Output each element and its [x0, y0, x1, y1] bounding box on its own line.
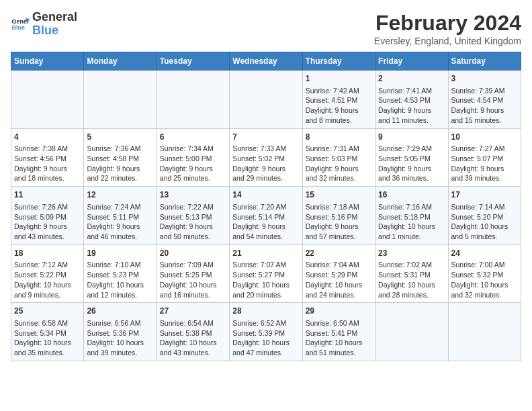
- calendar-cell: [375, 303, 448, 361]
- day-header-friday: Friday: [375, 52, 448, 71]
- calendar-cell: 17Sunrise: 7:14 AM Sunset: 5:20 PM Dayli…: [448, 187, 521, 245]
- day-info: Sunrise: 7:20 AM Sunset: 5:14 PM Dayligh…: [232, 202, 299, 242]
- day-header-monday: Monday: [84, 52, 157, 71]
- calendar-cell: 7Sunrise: 7:33 AM Sunset: 5:02 PM Daylig…: [230, 128, 302, 187]
- calendar-cell: 21Sunrise: 7:07 AM Sunset: 5:27 PM Dayli…: [230, 244, 302, 303]
- day-number: 25: [14, 306, 81, 317]
- calendar-cell: 22Sunrise: 7:04 AM Sunset: 5:29 PM Dayli…: [302, 244, 375, 303]
- calendar-cell: 6Sunrise: 7:34 AM Sunset: 5:00 PM Daylig…: [157, 128, 229, 187]
- day-header-thursday: Thursday: [302, 52, 375, 71]
- calendar-cell: 12Sunrise: 7:24 AM Sunset: 5:11 PM Dayli…: [84, 187, 157, 245]
- day-number: 5: [87, 132, 153, 143]
- day-info: Sunrise: 7:29 AM Sunset: 5:05 PM Dayligh…: [378, 144, 445, 183]
- logo-text: General Blue: [32, 11, 77, 38]
- day-number: 23: [378, 248, 445, 259]
- day-header-tuesday: Tuesday: [157, 52, 229, 71]
- day-info: Sunrise: 7:02 AM Sunset: 5:31 PM Dayligh…: [378, 260, 445, 300]
- calendar-cell: 18Sunrise: 7:12 AM Sunset: 5:22 PM Dayli…: [11, 244, 84, 303]
- day-info: Sunrise: 7:00 AM Sunset: 5:32 PM Dayligh…: [451, 260, 518, 300]
- calendar-cell: [448, 303, 521, 361]
- week-row-3: 11Sunrise: 7:26 AM Sunset: 5:09 PM Dayli…: [11, 187, 521, 245]
- day-number: 12: [87, 189, 153, 201]
- day-info: Sunrise: 7:22 AM Sunset: 5:13 PM Dayligh…: [160, 202, 226, 242]
- day-info: Sunrise: 7:10 AM Sunset: 5:23 PM Dayligh…: [87, 260, 153, 300]
- day-info: Sunrise: 7:07 AM Sunset: 5:27 PM Dayligh…: [232, 260, 299, 300]
- calendar-cell: 10Sunrise: 7:27 AM Sunset: 5:07 PM Dayli…: [448, 128, 521, 187]
- day-info: Sunrise: 7:33 AM Sunset: 5:02 PM Dayligh…: [232, 144, 299, 183]
- calendar-cell: 16Sunrise: 7:16 AM Sunset: 5:18 PM Dayli…: [375, 187, 448, 245]
- day-info: Sunrise: 7:24 AM Sunset: 5:11 PM Dayligh…: [87, 202, 153, 242]
- week-row-5: 25Sunrise: 6:58 AM Sunset: 5:34 PM Dayli…: [11, 303, 521, 361]
- calendar-cell: [84, 71, 157, 129]
- calendar-cell: [11, 71, 84, 129]
- day-info: Sunrise: 6:56 AM Sunset: 5:36 PM Dayligh…: [87, 318, 153, 358]
- logo-icon: General Blue: [11, 15, 30, 34]
- day-info: Sunrise: 6:50 AM Sunset: 5:41 PM Dayligh…: [306, 318, 372, 358]
- calendar-cell: 4Sunrise: 7:38 AM Sunset: 4:56 PM Daylig…: [11, 128, 84, 187]
- day-number: 1: [306, 73, 372, 85]
- calendar-cell: 3Sunrise: 7:39 AM Sunset: 4:54 PM Daylig…: [448, 71, 521, 129]
- day-number: 10: [451, 132, 518, 143]
- day-number: 19: [87, 248, 153, 259]
- day-info: Sunrise: 7:04 AM Sunset: 5:29 PM Dayligh…: [306, 260, 372, 300]
- week-row-1: 1Sunrise: 7:42 AM Sunset: 4:51 PM Daylig…: [11, 71, 521, 129]
- day-number: 7: [232, 132, 299, 143]
- calendar-subtitle: Eversley, England, United Kingdom: [374, 36, 521, 46]
- title-area: February 2024 Eversley, England, United …: [374, 11, 521, 46]
- day-info: Sunrise: 6:52 AM Sunset: 5:39 PM Dayligh…: [232, 318, 299, 358]
- calendar-cell: 25Sunrise: 6:58 AM Sunset: 5:34 PM Dayli…: [11, 303, 84, 361]
- day-number: 27: [160, 306, 226, 317]
- calendar-cell: 23Sunrise: 7:02 AM Sunset: 5:31 PM Dayli…: [375, 244, 448, 303]
- day-number: 3: [451, 73, 518, 85]
- day-info: Sunrise: 7:12 AM Sunset: 5:22 PM Dayligh…: [14, 260, 81, 300]
- day-header-row: SundayMondayTuesdayWednesdayThursdayFrid…: [11, 52, 521, 71]
- day-info: Sunrise: 7:09 AM Sunset: 5:25 PM Dayligh…: [160, 260, 226, 300]
- week-row-2: 4Sunrise: 7:38 AM Sunset: 4:56 PM Daylig…: [11, 128, 521, 187]
- day-info: Sunrise: 7:26 AM Sunset: 5:09 PM Dayligh…: [14, 202, 81, 242]
- day-info: Sunrise: 7:38 AM Sunset: 4:56 PM Dayligh…: [14, 144, 81, 183]
- day-number: 9: [378, 132, 445, 143]
- day-info: Sunrise: 7:27 AM Sunset: 5:07 PM Dayligh…: [451, 144, 518, 183]
- day-info: Sunrise: 7:16 AM Sunset: 5:18 PM Dayligh…: [378, 202, 445, 242]
- day-number: 11: [14, 189, 81, 201]
- day-number: 29: [306, 306, 372, 317]
- day-number: 4: [14, 132, 81, 143]
- day-info: Sunrise: 6:58 AM Sunset: 5:34 PM Dayligh…: [14, 318, 81, 358]
- calendar-cell: [230, 71, 302, 129]
- day-number: 26: [87, 306, 153, 317]
- header: General Blue General Blue February 2024 …: [11, 11, 521, 46]
- week-row-4: 18Sunrise: 7:12 AM Sunset: 5:22 PM Dayli…: [11, 244, 521, 303]
- day-info: Sunrise: 7:18 AM Sunset: 5:16 PM Dayligh…: [306, 202, 372, 242]
- logo: General Blue General Blue: [11, 11, 77, 38]
- day-info: Sunrise: 7:41 AM Sunset: 4:53 PM Dayligh…: [378, 86, 445, 126]
- day-number: 17: [451, 189, 518, 201]
- day-number: 18: [14, 248, 81, 259]
- calendar-cell: 24Sunrise: 7:00 AM Sunset: 5:32 PM Dayli…: [448, 244, 521, 303]
- day-number: 2: [378, 73, 445, 85]
- day-info: Sunrise: 7:36 AM Sunset: 4:58 PM Dayligh…: [87, 144, 153, 183]
- day-info: Sunrise: 7:39 AM Sunset: 4:54 PM Dayligh…: [451, 86, 518, 126]
- day-header-saturday: Saturday: [448, 52, 521, 71]
- calendar-cell: 11Sunrise: 7:26 AM Sunset: 5:09 PM Dayli…: [11, 187, 84, 245]
- day-info: Sunrise: 7:14 AM Sunset: 5:20 PM Dayligh…: [451, 202, 518, 242]
- calendar-table: SundayMondayTuesdayWednesdayThursdayFrid…: [11, 52, 521, 361]
- calendar-cell: 2Sunrise: 7:41 AM Sunset: 4:53 PM Daylig…: [375, 71, 448, 129]
- calendar-cell: 13Sunrise: 7:22 AM Sunset: 5:13 PM Dayli…: [157, 187, 229, 245]
- calendar-cell: [157, 71, 229, 129]
- day-number: 14: [232, 189, 299, 201]
- day-info: Sunrise: 7:42 AM Sunset: 4:51 PM Dayligh…: [306, 86, 372, 126]
- calendar-cell: 29Sunrise: 6:50 AM Sunset: 5:41 PM Dayli…: [302, 303, 375, 361]
- day-info: Sunrise: 7:31 AM Sunset: 5:03 PM Dayligh…: [306, 144, 372, 183]
- calendar-title: February 2024: [374, 11, 521, 36]
- day-number: 20: [160, 248, 226, 259]
- day-info: Sunrise: 7:34 AM Sunset: 5:00 PM Dayligh…: [160, 144, 226, 183]
- day-number: 28: [232, 306, 299, 317]
- day-number: 22: [306, 248, 372, 259]
- calendar-cell: 26Sunrise: 6:56 AM Sunset: 5:36 PM Dayli…: [84, 303, 157, 361]
- svg-text:Blue: Blue: [11, 24, 25, 31]
- day-number: 16: [378, 189, 445, 201]
- day-number: 15: [306, 189, 372, 201]
- calendar-cell: 27Sunrise: 6:54 AM Sunset: 5:38 PM Dayli…: [157, 303, 229, 361]
- calendar-cell: 8Sunrise: 7:31 AM Sunset: 5:03 PM Daylig…: [302, 128, 375, 187]
- calendar-cell: 28Sunrise: 6:52 AM Sunset: 5:39 PM Dayli…: [230, 303, 302, 361]
